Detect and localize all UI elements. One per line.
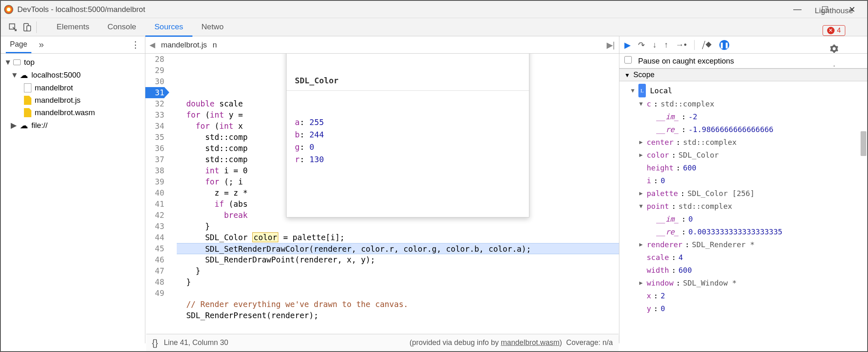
tab-elements[interactable]: Elements [47,18,98,36]
pause-exceptions-icon[interactable]: ❚❚ [719,40,729,50]
scope-tree: ▼LLocal ▼c: std::complex__im_: -2__re_: … [619,81,867,317]
window-title: DevTools - localhost:5000/mandelbrot [17,5,145,14]
scope-row[interactable]: y: 0 [619,302,867,315]
pause-on-exceptions-row[interactable]: Pause on caught exceptions [619,54,867,69]
cloud-icon: ☁ [20,120,28,130]
device-toggle-icon[interactable] [20,20,34,34]
braces-icon[interactable]: {} [152,338,158,348]
panel-tabs: Elements Console Sources Netwo [47,18,232,36]
debugger-toolbar: ▶ ↷ ↓ ↑ →• ⧸◆ ❚❚ [619,36,867,54]
scope-row[interactable]: ▼c: std::complex [619,97,867,110]
tab-page[interactable]: Page [6,37,31,53]
source-tab-truncated[interactable]: n [213,40,217,50]
debugger-panel: ▶ ↷ ↓ ↑ →• ⧸◆ ❚❚ Pause on caught excepti… [619,36,867,343]
scope-row[interactable]: ▶center: std::complex [619,136,867,149]
navigator-menu-icon[interactable]: ⋮ [131,40,140,50]
tab-lighthouse[interactable]: Lighthouse [806,2,862,19]
scope-row[interactable]: i: 0 [619,174,867,187]
vertical-scrollbar[interactable] [861,131,866,156]
error-count: 4 [837,26,841,35]
more-tabs-icon[interactable]: » [39,40,44,50]
scope-row[interactable]: width: 600 [619,264,867,276]
scope-row[interactable]: height: 600 [619,161,867,174]
scope-row[interactable]: ▶window: SDL_Window * [619,276,867,289]
scope-row[interactable]: ▶color: SDL_Color [619,149,867,161]
document-icon [24,83,31,92]
scope-row[interactable]: ▶palette: SDL_Color [256] [619,187,867,200]
wasm-file-icon [24,108,31,117]
code-content[interactable]: SDL_Color a: 255b: 244g: 0r: 130 double … [168,54,619,343]
chrome-icon [4,5,13,14]
minimize-button[interactable]: — [793,5,802,14]
source-tab-filename[interactable]: mandelbrot.js [161,40,207,50]
tab-console[interactable]: Console [98,18,145,36]
error-icon: ✕ [827,27,835,34]
pause-checkbox[interactable] [624,56,632,64]
cloud-icon: ☁ [20,70,28,80]
navigator-panel: Page » ⋮ ▼top ▼☁localhost:5000 mandelbro… [1,36,145,343]
tab-network[interactable]: Netwo [192,18,233,36]
deactivate-breakpoints-icon[interactable]: ⧸◆ [702,40,712,50]
step-into-icon[interactable]: ↓ [652,40,657,50]
resume-icon[interactable]: ▶ [624,40,631,50]
tree-file-mandelbrot-wasm[interactable]: mandelbrot.wasm [1,106,145,119]
tooltip-title: SDL_Color [287,71,529,91]
tree-file-mandelbrot-js[interactable]: mandelbrot.js [1,94,145,106]
svg-rect-2 [27,26,31,31]
scope-row[interactable]: scale: 4 [619,251,867,264]
scope-row[interactable]: x: 2 [619,289,867,302]
window-icon [13,59,21,65]
inspect-icon[interactable] [6,20,20,34]
tab-sources[interactable]: Sources [145,18,192,37]
coverage-label: Coverage: n/a [566,338,613,347]
file-tree: ▼top ▼☁localhost:5000 mandelbrot mandelb… [1,54,145,135]
scope-local[interactable]: ▼LLocal [619,84,867,97]
source-panel: ◀ mandelbrot.js n ▶| 2829303132333435363… [145,36,619,343]
js-file-icon [24,96,31,105]
status-bar: {} Line 41, Column 30 (provided via debu… [146,334,619,351]
tree-file-mandelbrot[interactable]: mandelbrot [1,82,145,94]
nav-back-icon[interactable]: ◀ [149,40,155,50]
tree-host[interactable]: ▼☁localhost:5000 [1,69,145,82]
nav-forward-icon[interactable]: ▶| [607,40,615,50]
scope-header[interactable]: ▼Scope [619,69,867,81]
scope-row[interactable]: __re_: -1.9866666666666666 [619,123,867,136]
titlebar: DevTools - localhost:5000/mandelbrot — ☐… [1,1,867,18]
scope-row[interactable]: ▼point: std::complex [619,200,867,213]
cursor-position: Line 41, Column 30 [164,338,228,347]
scope-row[interactable]: ▶renderer: SDL_Renderer * [619,238,867,251]
tree-top[interactable]: ▼top [1,56,145,69]
scope-row[interactable]: __im_: -2 [619,110,867,123]
scope-row[interactable]: __re_: 0.0033333333333333335 [619,225,867,238]
step-over-icon[interactable]: ↷ [638,40,645,50]
step-icon[interactable]: →• [676,40,687,50]
error-badge[interactable]: ✕ 4 [823,25,845,36]
hover-tooltip: SDL_Color a: 255b: 244g: 0r: 130 [286,54,529,217]
debug-info-link[interactable]: mandelbrot.wasm [501,338,560,347]
step-out-icon[interactable]: ↑ [664,40,668,50]
devtools-toolbar: Elements Console Sources Netwo urity Lig… [1,18,867,36]
tree-file-scheme[interactable]: ▶☁file:// [1,119,145,132]
line-gutter[interactable]: 2829303132333435363738394041424344454647… [145,54,168,343]
scope-row[interactable]: __im_: 0 [619,213,867,225]
